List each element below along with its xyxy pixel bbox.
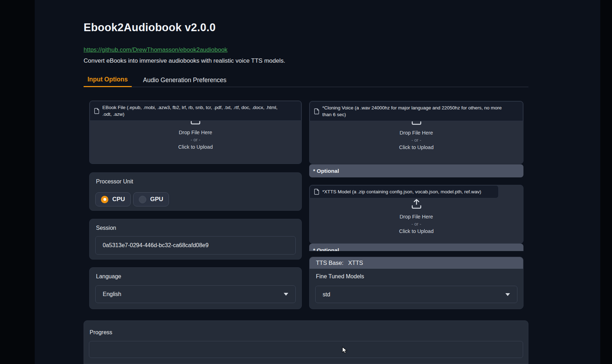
language-label: Language <box>96 273 121 280</box>
radio-selected-icon <box>101 196 108 203</box>
processor-unit-panel: Processor Unit CPU GPU <box>89 172 302 211</box>
radio-cpu-label: CPU <box>112 196 125 203</box>
radio-unselected-icon <box>139 196 146 203</box>
github-link[interactable]: https://github.com/DrewThomasson/ebook2a… <box>84 46 227 53</box>
fine-tuned-models-label: Fine Tuned Models <box>316 273 364 280</box>
progress-textbox[interactable] <box>89 341 523 358</box>
drop-file-here-text: Drop File Here <box>400 214 433 220</box>
fine-tuned-models-value: std <box>323 291 330 298</box>
or-text: - or - <box>412 221 421 227</box>
optional-badge-xtts: * Optional <box>309 244 523 251</box>
progress-label: Progress <box>90 329 112 336</box>
cloning-voice-label-line1: *Cloning Voice (a .wav 24000hz for major… <box>322 104 502 111</box>
tab-bar: Input Options Audio Generation Preferenc… <box>84 73 528 87</box>
file-icon <box>314 108 319 114</box>
upload-icon <box>410 199 423 211</box>
or-text: - or - <box>191 137 200 142</box>
tab-audio-generation-preferences[interactable]: Audio Generation Preferences <box>139 73 230 87</box>
drop-file-here-text: Drop File Here <box>400 130 433 136</box>
tts-base-label: TTS Base: <box>316 260 344 266</box>
radio-gpu[interactable]: GPU <box>133 192 169 206</box>
tts-base-value: XTTS <box>348 260 363 266</box>
ebook-file-label: EBook File (.epub, .mobi, .azw3, fb2, lr… <box>90 101 301 121</box>
click-to-upload-text[interactable]: Click to Upload <box>399 228 434 234</box>
cloning-voice-label: *Cloning Voice (a .wav 24000hz for major… <box>310 101 523 121</box>
ebook-drop-zone[interactable]: Drop File Here - or - Click to Upload <box>90 120 301 163</box>
file-icon <box>94 108 99 114</box>
app-window: Ebook2Audiobook v2.0.0 https://github.co… <box>0 0 612 364</box>
tab-input-options[interactable]: Input Options <box>84 73 132 87</box>
language-value: English <box>103 291 121 297</box>
upload-icon <box>410 121 423 127</box>
ebook-file-label-line2: .odt, .azw) <box>102 111 277 118</box>
or-text: - or - <box>412 137 421 143</box>
session-input[interactable]: 0a5313e7-0294-446d-bc32-ca68cafd08e9 <box>95 236 296 255</box>
session-panel: Session 0a5313e7-0294-446d-bc32-ca68cafd… <box>89 219 302 260</box>
cloning-voice-label-line2: than 6 sec) <box>322 111 502 118</box>
ebook-file-upload[interactable]: EBook File (.epub, .mobi, .azw3, fb2, lr… <box>89 101 302 164</box>
language-panel: Language English <box>89 267 302 309</box>
app-tagline: Convert eBooks into immersive audiobooks… <box>84 57 285 64</box>
language-dropdown[interactable]: English <box>95 285 296 303</box>
chevron-down-icon <box>505 293 510 296</box>
upload-icon <box>189 120 202 126</box>
click-to-upload-text[interactable]: Click to Upload <box>178 144 213 150</box>
cloning-voice-upload[interactable]: *Cloning Voice (a .wav 24000hz for major… <box>309 101 523 164</box>
cloning-drop-zone[interactable]: Drop File Here - or - Click to Upload <box>310 121 523 163</box>
radio-cpu[interactable]: CPU <box>95 192 131 206</box>
xtts-model-label: *XTTS Model (a .zip containing config.js… <box>310 185 499 198</box>
ebook-file-label-line1: EBook File (.epub, .mobi, .azw3, fb2, lr… <box>102 104 277 111</box>
processor-unit-label: Processor Unit <box>96 178 133 185</box>
page-title: Ebook2Audiobook v2.0.0 <box>84 21 216 34</box>
progress-panel: Progress <box>84 320 528 364</box>
tts-base-panel: TTS Base: XTTS Fine Tuned Models std <box>309 257 523 309</box>
optional-badge-cloning: * Optional <box>309 164 523 177</box>
drop-file-here-text: Drop File Here <box>179 130 212 135</box>
xtts-model-label-text: *XTTS Model (a .zip containing config.js… <box>322 188 481 195</box>
xtts-drop-zone[interactable]: Drop File Here - or - Click to Upload <box>310 198 523 243</box>
chevron-down-icon <box>284 293 288 296</box>
session-label: Session <box>96 225 116 231</box>
file-icon <box>314 189 319 195</box>
mouse-cursor <box>342 347 347 356</box>
click-to-upload-text[interactable]: Click to Upload <box>399 144 434 150</box>
radio-gpu-label: GPU <box>150 196 163 203</box>
optional-badge-xtts-clipped: * Optional <box>309 244 523 251</box>
xtts-model-upload[interactable]: *XTTS Model (a .zip containing config.js… <box>309 185 523 244</box>
tts-base-header: TTS Base: XTTS <box>310 257 523 269</box>
fine-tuned-models-dropdown[interactable]: std <box>315 286 517 303</box>
